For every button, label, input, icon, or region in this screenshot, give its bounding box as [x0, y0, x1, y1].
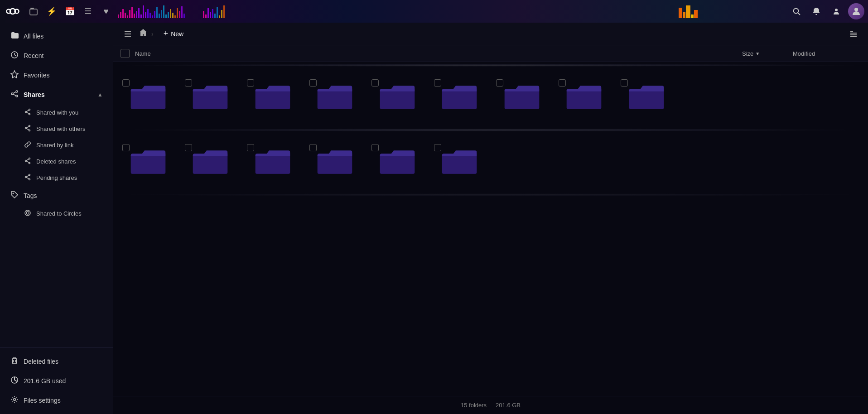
- sidebar-item-favorites[interactable]: Favorites: [3, 66, 110, 85]
- topbar-files-icon[interactable]: [25, 3, 42, 19]
- folder-checkbox[interactable]: [559, 79, 566, 87]
- sidebar-item-deleted-files[interactable]: Deleted files: [3, 352, 110, 371]
- svg-rect-55: [256, 89, 290, 109]
- folder-checkbox[interactable]: [371, 79, 379, 87]
- sidebar-item-deleted-shares-label: Deleted shares: [36, 158, 76, 165]
- folder-checkbox[interactable]: [496, 79, 503, 87]
- svg-point-37: [25, 210, 30, 216]
- svg-line-14: [13, 92, 16, 93]
- folder-item[interactable]: [117, 140, 179, 184]
- svg-rect-59: [380, 89, 415, 109]
- folder-icon: [255, 81, 291, 111]
- sidebar-item-shared-with-others[interactable]: Shared with others: [3, 121, 110, 137]
- notifications-button[interactable]: [808, 3, 825, 19]
- svg-rect-57: [318, 89, 352, 109]
- svg-rect-3: [30, 8, 34, 9]
- sidebar-item-all-files[interactable]: All files: [3, 27, 110, 46]
- folder-item[interactable]: [366, 140, 429, 184]
- svg-point-7: [835, 9, 838, 11]
- folder-checkbox[interactable]: [247, 79, 254, 87]
- folder-item[interactable]: [117, 76, 179, 120]
- folder-checkbox[interactable]: [309, 144, 317, 151]
- view-toggle-button[interactable]: [846, 27, 861, 41]
- svg-line-30: [27, 161, 29, 163]
- svg-rect-46: [850, 31, 853, 32]
- sidebar-item-settings[interactable]: Files settings: [3, 391, 110, 410]
- sidebar-shares-label: Shares: [24, 91, 93, 98]
- folder-checkbox[interactable]: [434, 79, 441, 87]
- sidebar: All files Recent Favorites Shares: [0, 23, 113, 414]
- sidebar-item-deleted-shares[interactable]: Deleted shares: [3, 154, 110, 169]
- sidebar-item-shares[interactable]: Shares ▲: [3, 85, 110, 104]
- sidebar-item-storage: 201.6 GB used: [3, 371, 110, 390]
- sidebar-item-all-files-label: All files: [24, 33, 103, 40]
- sidebar-item-pending-shares[interactable]: Pending shares: [3, 170, 110, 186]
- topbar-right: [788, 3, 864, 19]
- sidebar-item-shared-to-circles[interactable]: Shared to Circles: [3, 206, 110, 221]
- topbar-activity-icon[interactable]: ⚡: [43, 3, 60, 19]
- folder-item[interactable]: [241, 76, 304, 120]
- sidebar-item-tags[interactable]: Tags: [3, 186, 110, 205]
- folder-item[interactable]: [429, 140, 491, 184]
- folder-item[interactable]: [366, 76, 429, 120]
- folder-checkbox[interactable]: [434, 144, 441, 151]
- folder-checkbox[interactable]: [185, 144, 192, 151]
- select-all-checkbox[interactable]: [121, 49, 130, 58]
- column-modified-header[interactable]: Modified: [793, 50, 861, 57]
- folder-checkbox[interactable]: [185, 79, 192, 87]
- svg-line-15: [13, 94, 16, 96]
- topbar-calendar-icon[interactable]: 📅: [62, 3, 78, 19]
- folder-item[interactable]: [491, 76, 553, 120]
- search-button[interactable]: [788, 3, 805, 19]
- svg-point-42: [14, 399, 16, 401]
- svg-rect-45: [125, 36, 131, 37]
- folder-checkbox[interactable]: [371, 144, 379, 151]
- svg-line-34: [27, 176, 29, 177]
- folder-checkbox[interactable]: [621, 79, 628, 87]
- main-layout: All files Recent Favorites Shares: [0, 23, 868, 414]
- sidebar-item-shared-by-link[interactable]: Shared by link: [3, 137, 110, 153]
- folder-icon: [317, 146, 353, 175]
- svg-line-24: [27, 127, 29, 128]
- svg-rect-69: [131, 154, 165, 173]
- folder-count: 15 folders: [461, 402, 487, 409]
- svg-rect-75: [318, 154, 352, 173]
- app-logo[interactable]: [4, 2, 22, 20]
- topbar-tasks-icon[interactable]: ☰: [80, 3, 96, 19]
- folder-icon: [255, 146, 291, 175]
- folder-item[interactable]: [179, 140, 242, 184]
- contacts-button[interactable]: [828, 3, 844, 19]
- topbar-health-icon[interactable]: ♥: [98, 3, 114, 19]
- column-name-header[interactable]: Name: [135, 50, 737, 57]
- user-avatar[interactable]: [848, 3, 864, 19]
- new-button[interactable]: + New: [157, 26, 190, 41]
- folder-checkbox[interactable]: [122, 144, 130, 151]
- svg-rect-53: [193, 89, 227, 109]
- sidebar-bottom: Deleted files 201.6 GB used Files settin…: [0, 347, 113, 414]
- sidebar-item-recent[interactable]: Recent: [3, 46, 110, 65]
- svg-rect-51: [131, 89, 165, 109]
- storage-size: 201.6 GB: [496, 402, 521, 409]
- folder-item[interactable]: [241, 140, 304, 184]
- sidebar-item-shared-with-you[interactable]: Shared with you: [3, 105, 110, 120]
- svg-point-36: [13, 193, 14, 194]
- column-size-header[interactable]: Size ▼: [742, 50, 787, 57]
- folder-checkbox[interactable]: [309, 79, 317, 87]
- folder-icon: [504, 81, 540, 111]
- svg-point-23: [29, 130, 30, 131]
- svg-point-12: [11, 93, 13, 95]
- folder-item[interactable]: [304, 76, 366, 120]
- folder-checkbox[interactable]: [122, 79, 130, 87]
- folder-item[interactable]: [553, 76, 616, 120]
- svg-rect-48: [850, 34, 857, 35]
- svg-point-31: [29, 174, 30, 176]
- breadcrumb-home-button[interactable]: [139, 28, 148, 39]
- folder-item[interactable]: [615, 76, 678, 120]
- svg-point-33: [29, 179, 30, 180]
- folder-item[interactable]: [429, 76, 491, 120]
- folder-item[interactable]: [179, 76, 242, 120]
- folder-item[interactable]: [304, 140, 366, 184]
- folder-checkbox[interactable]: [247, 144, 254, 151]
- menu-toggle-button[interactable]: [121, 27, 135, 41]
- svg-line-6: [798, 13, 800, 15]
